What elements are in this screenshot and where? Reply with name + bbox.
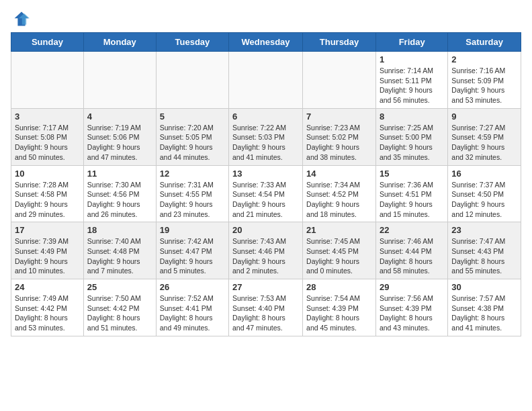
calendar-cell: 1Sunrise: 7:14 AM Sunset: 5:11 PM Daylig… <box>375 52 447 109</box>
day-number: 2 <box>451 54 517 64</box>
calendar-cell: 19Sunrise: 7:42 AM Sunset: 4:47 PM Dayli… <box>156 222 228 279</box>
day-number: 28 <box>306 282 372 292</box>
day-info: Sunrise: 7:46 AM Sunset: 4:44 PM Dayligh… <box>380 236 444 276</box>
day-info: Sunrise: 7:42 AM Sunset: 4:47 PM Dayligh… <box>160 236 225 276</box>
day-number: 19 <box>160 225 225 235</box>
calendar-cell: 15Sunrise: 7:36 AM Sunset: 4:51 PM Dayli… <box>375 165 447 222</box>
calendar-cell: 29Sunrise: 7:56 AM Sunset: 4:39 PM Dayli… <box>375 279 447 336</box>
week-row-1: 1Sunrise: 7:14 AM Sunset: 5:11 PM Daylig… <box>11 52 521 109</box>
day-number: 26 <box>160 282 225 292</box>
calendar-cell: 30Sunrise: 7:57 AM Sunset: 4:38 PM Dayli… <box>448 279 521 336</box>
calendar-cell: 28Sunrise: 7:54 AM Sunset: 4:39 PM Dayli… <box>303 279 376 336</box>
calendar-cell: 11Sunrise: 7:30 AM Sunset: 4:56 PM Dayli… <box>83 165 156 222</box>
day-number: 4 <box>87 111 152 122</box>
day-number: 11 <box>87 169 152 179</box>
calendar-cell <box>83 52 156 109</box>
day-info: Sunrise: 7:54 AM Sunset: 4:39 PM Dayligh… <box>306 293 372 333</box>
calendar-cell: 27Sunrise: 7:53 AM Sunset: 4:40 PM Dayli… <box>229 279 303 336</box>
day-header-saturday: Saturday <box>448 33 521 52</box>
day-info: Sunrise: 7:23 AM Sunset: 5:02 PM Dayligh… <box>306 123 372 163</box>
day-number: 9 <box>451 111 517 122</box>
day-info: Sunrise: 7:17 AM Sunset: 5:08 PM Dayligh… <box>15 123 80 163</box>
day-info: Sunrise: 7:50 AM Sunset: 4:42 PM Dayligh… <box>87 293 152 333</box>
day-number: 6 <box>232 111 299 122</box>
day-number: 17 <box>15 225 80 235</box>
logo-icon <box>13 11 30 27</box>
day-header-wednesday: Wednesday <box>229 33 303 52</box>
calendar-cell: 7Sunrise: 7:23 AM Sunset: 5:02 PM Daylig… <box>303 108 376 165</box>
calendar-cell <box>303 52 376 109</box>
calendar-cell: 13Sunrise: 7:33 AM Sunset: 4:54 PM Dayli… <box>229 165 303 222</box>
day-header-tuesday: Tuesday <box>156 33 228 52</box>
calendar-container: SundayMondayTuesdayWednesdayThursdayFrid… <box>0 32 532 342</box>
day-info: Sunrise: 7:36 AM Sunset: 4:51 PM Dayligh… <box>380 180 444 220</box>
day-header-sunday: Sunday <box>11 33 84 52</box>
day-number: 8 <box>380 111 444 122</box>
day-number: 29 <box>380 282 444 292</box>
day-number: 1 <box>380 54 444 64</box>
day-info: Sunrise: 7:37 AM Sunset: 4:50 PM Dayligh… <box>451 180 517 220</box>
day-info: Sunrise: 7:16 AM Sunset: 5:09 PM Dayligh… <box>451 66 517 105</box>
day-number: 27 <box>232 282 299 292</box>
week-row-3: 10Sunrise: 7:28 AM Sunset: 4:58 PM Dayli… <box>11 165 521 222</box>
page-header <box>0 0 532 32</box>
calendar-cell: 5Sunrise: 7:20 AM Sunset: 5:05 PM Daylig… <box>156 108 228 165</box>
day-number: 30 <box>451 282 517 292</box>
day-info: Sunrise: 7:19 AM Sunset: 5:06 PM Dayligh… <box>87 123 152 163</box>
day-info: Sunrise: 7:33 AM Sunset: 4:54 PM Dayligh… <box>232 180 299 220</box>
week-row-4: 17Sunrise: 7:39 AM Sunset: 4:49 PM Dayli… <box>11 222 521 279</box>
calendar-cell: 14Sunrise: 7:34 AM Sunset: 4:52 PM Dayli… <box>303 165 376 222</box>
day-info: Sunrise: 7:30 AM Sunset: 4:56 PM Dayligh… <box>87 180 152 220</box>
day-number: 23 <box>451 225 517 235</box>
day-number: 3 <box>15 111 80 122</box>
calendar-cell: 3Sunrise: 7:17 AM Sunset: 5:08 PM Daylig… <box>11 108 84 165</box>
day-info: Sunrise: 7:20 AM Sunset: 5:05 PM Dayligh… <box>160 123 225 163</box>
day-number: 7 <box>306 111 372 122</box>
calendar-cell: 12Sunrise: 7:31 AM Sunset: 4:55 PM Dayli… <box>156 165 228 222</box>
calendar-cell: 26Sunrise: 7:52 AM Sunset: 4:41 PM Dayli… <box>156 279 228 336</box>
day-info: Sunrise: 7:56 AM Sunset: 4:39 PM Dayligh… <box>380 293 444 333</box>
day-info: Sunrise: 7:31 AM Sunset: 4:55 PM Dayligh… <box>160 180 225 220</box>
calendar-cell: 24Sunrise: 7:49 AM Sunset: 4:42 PM Dayli… <box>11 279 84 336</box>
day-number: 20 <box>232 225 299 235</box>
calendar-cell: 2Sunrise: 7:16 AM Sunset: 5:09 PM Daylig… <box>448 52 521 109</box>
calendar-cell: 25Sunrise: 7:50 AM Sunset: 4:42 PM Dayli… <box>83 279 156 336</box>
day-number: 12 <box>160 169 225 179</box>
day-info: Sunrise: 7:45 AM Sunset: 4:45 PM Dayligh… <box>306 236 372 276</box>
calendar-cell <box>229 52 303 109</box>
week-row-2: 3Sunrise: 7:17 AM Sunset: 5:08 PM Daylig… <box>11 108 521 165</box>
day-info: Sunrise: 7:22 AM Sunset: 5:03 PM Dayligh… <box>232 123 299 163</box>
day-header-thursday: Thursday <box>303 33 376 52</box>
calendar-cell: 21Sunrise: 7:45 AM Sunset: 4:45 PM Dayli… <box>303 222 376 279</box>
day-info: Sunrise: 7:40 AM Sunset: 4:48 PM Dayligh… <box>87 236 152 276</box>
calendar-cell: 20Sunrise: 7:43 AM Sunset: 4:46 PM Dayli… <box>229 222 303 279</box>
calendar-cell: 6Sunrise: 7:22 AM Sunset: 5:03 PM Daylig… <box>229 108 303 165</box>
day-number: 10 <box>15 169 80 179</box>
day-info: Sunrise: 7:27 AM Sunset: 4:59 PM Dayligh… <box>451 123 517 163</box>
calendar-cell <box>11 52 84 109</box>
day-header-friday: Friday <box>375 33 447 52</box>
day-number: 25 <box>87 282 152 292</box>
week-row-5: 24Sunrise: 7:49 AM Sunset: 4:42 PM Dayli… <box>11 279 521 336</box>
day-info: Sunrise: 7:57 AM Sunset: 4:38 PM Dayligh… <box>451 293 517 333</box>
day-info: Sunrise: 7:28 AM Sunset: 4:58 PM Dayligh… <box>15 180 80 220</box>
day-info: Sunrise: 7:53 AM Sunset: 4:40 PM Dayligh… <box>232 293 299 333</box>
calendar-table: SundayMondayTuesdayWednesdayThursdayFrid… <box>11 32 521 336</box>
day-number: 16 <box>451 169 517 179</box>
day-info: Sunrise: 7:39 AM Sunset: 4:49 PM Dayligh… <box>15 236 80 276</box>
day-number: 24 <box>15 282 80 292</box>
day-info: Sunrise: 7:47 AM Sunset: 4:43 PM Dayligh… <box>451 236 517 276</box>
day-info: Sunrise: 7:52 AM Sunset: 4:41 PM Dayligh… <box>160 293 225 333</box>
calendar-cell <box>156 52 228 109</box>
day-info: Sunrise: 7:25 AM Sunset: 5:00 PM Dayligh… <box>380 123 444 163</box>
day-number: 18 <box>87 225 152 235</box>
day-number: 15 <box>380 169 444 179</box>
day-header-monday: Monday <box>83 33 156 52</box>
day-info: Sunrise: 7:49 AM Sunset: 4:42 PM Dayligh… <box>15 293 80 333</box>
calendar-cell: 23Sunrise: 7:47 AM Sunset: 4:43 PM Dayli… <box>448 222 521 279</box>
day-number: 13 <box>232 169 299 179</box>
calendar-cell: 17Sunrise: 7:39 AM Sunset: 4:49 PM Dayli… <box>11 222 84 279</box>
logo <box>13 11 32 27</box>
calendar-cell: 16Sunrise: 7:37 AM Sunset: 4:50 PM Dayli… <box>448 165 521 222</box>
day-number: 22 <box>380 225 444 235</box>
